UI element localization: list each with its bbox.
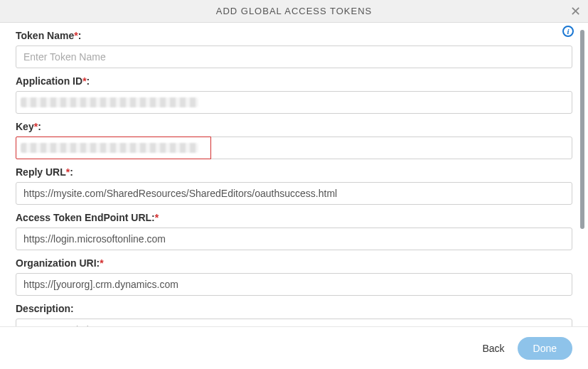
key-label-text: Key bbox=[16, 121, 34, 132]
form-scroll-area: i Token Name*: Application ID*: Key*: Re… bbox=[0, 23, 588, 326]
application-id-label: Application ID*: bbox=[16, 75, 572, 87]
application-id-input[interactable] bbox=[16, 91, 572, 114]
required-marker: * bbox=[100, 257, 103, 269]
reply-url-label-text: Reply URL bbox=[16, 166, 66, 178]
field-application-id: Application ID*: bbox=[16, 75, 572, 114]
field-key: Key*: bbox=[16, 121, 572, 159]
required-marker: * bbox=[74, 30, 77, 41]
dialog-footer: Back Done bbox=[0, 326, 588, 369]
field-token-name: Token Name*: bbox=[16, 30, 572, 68]
field-description: Description: bbox=[16, 303, 572, 326]
key-label: Key*: bbox=[16, 121, 572, 132]
required-marker: * bbox=[66, 166, 70, 178]
redacted-content bbox=[21, 143, 198, 153]
required-marker: * bbox=[155, 212, 159, 223]
application-id-label-text: Application ID bbox=[16, 75, 82, 87]
token-name-label: Token Name*: bbox=[16, 30, 572, 41]
key-error-highlight bbox=[16, 137, 211, 159]
required-marker: * bbox=[34, 121, 38, 132]
access-token-endpoint-label-text: Access Token EndPoint URL: bbox=[16, 212, 155, 223]
description-label-text: Description: bbox=[16, 303, 74, 314]
description-label: Description: bbox=[16, 303, 572, 314]
reply-url-label: Reply URL*: bbox=[16, 166, 572, 178]
back-button[interactable]: Back bbox=[482, 343, 504, 354]
redacted-content bbox=[21, 97, 198, 107]
dialog-header: ADD GLOBAL ACCESS TOKENS ✕ bbox=[0, 0, 588, 23]
dialog-title: ADD GLOBAL ACCESS TOKENS bbox=[216, 6, 373, 16]
description-input[interactable] bbox=[16, 319, 572, 326]
token-name-label-text: Token Name bbox=[16, 30, 74, 41]
reply-url-input[interactable] bbox=[16, 182, 572, 205]
field-organization-uri: Organization URI:* bbox=[16, 257, 572, 296]
organization-uri-label: Organization URI:* bbox=[16, 257, 572, 269]
close-icon[interactable]: ✕ bbox=[570, 5, 581, 18]
token-name-input[interactable] bbox=[16, 46, 572, 68]
organization-uri-input[interactable] bbox=[16, 273, 572, 296]
access-token-endpoint-label: Access Token EndPoint URL:* bbox=[16, 212, 572, 223]
field-reply-url: Reply URL*: bbox=[16, 166, 572, 205]
required-marker: * bbox=[82, 75, 86, 87]
description-clip bbox=[16, 319, 572, 326]
vertical-scrollbar[interactable] bbox=[580, 30, 584, 229]
access-token-endpoint-input[interactable] bbox=[16, 228, 572, 250]
done-button[interactable]: Done bbox=[518, 337, 572, 360]
field-access-token-endpoint: Access Token EndPoint URL:* bbox=[16, 212, 572, 250]
key-input[interactable] bbox=[16, 137, 572, 159]
organization-uri-label-text: Organization URI: bbox=[16, 257, 100, 269]
